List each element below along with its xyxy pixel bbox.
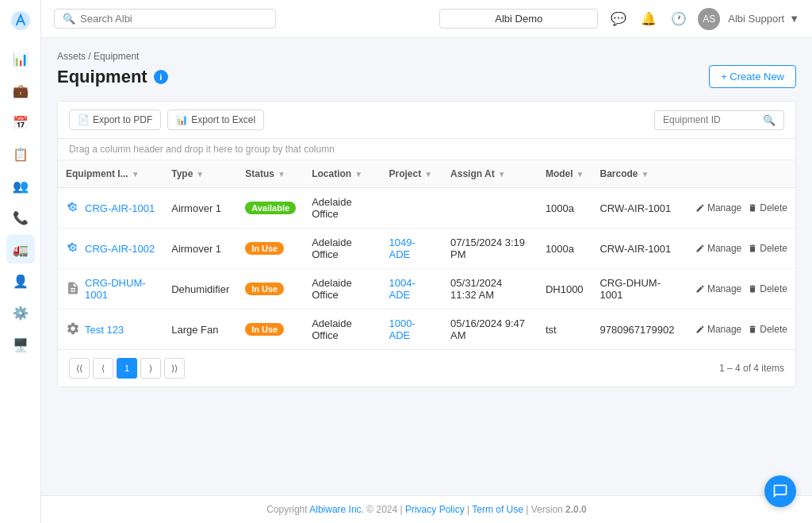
top-bar-right: Albi Demo 💬 🔔 🕐 AS Albi Support ▼ (439, 8, 799, 30)
cell-barcode: CRG-DHUM-1001 (592, 269, 687, 310)
cell-model: 1000a (538, 188, 592, 229)
sidebar: 📊 💼 📅 📋 👥 📞 🚛 👤 ⚙️ 🖥️ (0, 0, 41, 523)
cell-type: Dehumidifier (163, 269, 237, 310)
sidebar-item-contacts[interactable]: 👥 (6, 171, 35, 200)
manage-button[interactable]: Manage (695, 324, 741, 335)
footer-privacy-link[interactable]: Privacy Policy (405, 504, 465, 515)
cell-project: 1004-ADE (381, 269, 442, 310)
notifications-icon[interactable]: 💬 (607, 8, 630, 30)
cell-type: Airmover 1 (163, 188, 237, 229)
next-page-button[interactable]: ⟩ (140, 358, 161, 379)
prev-page-button[interactable]: ⟨ (93, 358, 113, 379)
project-link[interactable]: 1004-ADE (389, 277, 415, 301)
bell-icon[interactable]: 🔔 (638, 8, 660, 30)
filter-icon-type[interactable]: ▼ (196, 170, 204, 179)
action-buttons: Manage Delete (695, 324, 787, 335)
sidebar-item-settings[interactable]: ⚙️ (6, 298, 35, 327)
col-model: Model ▼ (538, 160, 592, 188)
project-link[interactable]: 1000-ADE (389, 317, 415, 341)
workspace-selector[interactable]: Albi Demo (439, 9, 598, 29)
create-new-button[interactable]: + Create New (709, 65, 796, 88)
cell-location: Adelaide Office (304, 188, 381, 229)
sidebar-item-dashboard[interactable]: 📊 (6, 44, 35, 73)
cell-actions: Manage Delete (688, 310, 795, 350)
chat-bubble[interactable] (764, 475, 796, 507)
sidebar-item-jobs[interactable]: 💼 (6, 76, 35, 105)
project-link[interactable]: 1049-ADE (389, 237, 415, 260)
avatar[interactable]: AS (698, 8, 720, 30)
footer-terms-link[interactable]: Term of Use (472, 504, 523, 515)
search-box[interactable]: 🔍 (54, 9, 276, 29)
footer-company-link[interactable]: Albiware Inc. (309, 504, 364, 515)
table-row: Test 123 Large Fan In Use Adelaide Offic… (58, 310, 795, 350)
equipment-table: Equipment I... ▼ Type ▼ (58, 160, 795, 349)
action-buttons: Manage Delete (695, 283, 787, 294)
drag-hint: Drag a column header and drop it here to… (58, 139, 795, 160)
status-badge: In Use (245, 323, 284, 336)
cell-status: In Use (237, 269, 304, 310)
cell-location: Adelaide Office (304, 269, 381, 310)
equipment-link[interactable]: CRG-AIR-1002 (66, 240, 155, 257)
sidebar-item-monitor[interactable]: 🖥️ (6, 330, 35, 359)
cell-barcode: 9780967179902 (592, 310, 687, 350)
delete-button[interactable]: Delete (748, 283, 787, 294)
sidebar-item-reports[interactable]: 📋 (6, 140, 35, 168)
info-icon[interactable]: i (154, 70, 168, 84)
user-menu[interactable]: Albi Support ▼ (728, 13, 799, 25)
action-buttons: Manage Delete (695, 243, 787, 254)
first-page-button[interactable]: ⟨⟨ (69, 358, 90, 379)
col-barcode: Barcode ▼ (592, 160, 687, 188)
status-badge: In Use (245, 242, 284, 255)
export-pdf-button[interactable]: 📄 Export to PDF (69, 110, 161, 130)
clock-icon[interactable]: 🕐 (668, 8, 690, 30)
equipment-icon (66, 281, 80, 298)
filter-icon-assign[interactable]: ▼ (498, 170, 506, 179)
equipment-link[interactable]: CRG-AIR-1001 (66, 200, 155, 217)
equipment-link[interactable]: CRG-DHUM-1001 (66, 277, 155, 301)
status-badge: In Use (245, 283, 284, 295)
sidebar-item-calls[interactable]: 📞 (6, 203, 35, 232)
filter-icon-project[interactable]: ▼ (424, 170, 432, 179)
equipment-link[interactable]: Test 123 (66, 321, 155, 338)
col-location: Location ▼ (304, 160, 381, 188)
manage-button[interactable]: Manage (695, 283, 741, 294)
cell-assign-at: 05/16/2024 9:47 AM (442, 310, 538, 350)
col-equipment-id: Equipment I... ▼ (58, 160, 163, 188)
user-label: Albi Support (728, 13, 784, 25)
col-type: Type ▼ (163, 160, 237, 188)
col-project: Project ▼ (381, 160, 442, 188)
manage-button[interactable]: Manage (695, 202, 741, 213)
cell-type: Airmover 1 (163, 229, 237, 269)
cell-status: In Use (237, 310, 304, 350)
sidebar-item-people[interactable]: 👤 (6, 267, 35, 295)
table-body: CRG-AIR-1001 Airmover 1 Available Adelai… (58, 188, 795, 350)
export-excel-label: Export to Excel (191, 114, 255, 125)
equipment-id-input[interactable] (663, 114, 758, 125)
sidebar-item-dispatch[interactable]: 🚛 (6, 235, 35, 263)
filter-icon-equipment[interactable]: ▼ (132, 170, 140, 179)
equipment-icon (66, 200, 80, 217)
user-dropdown-icon: ▼ (789, 13, 799, 25)
manage-button[interactable]: Manage (695, 243, 741, 254)
delete-button[interactable]: Delete (748, 243, 787, 254)
search-input[interactable] (80, 13, 267, 25)
table-row: CRG-DHUM-1001 Dehumidifier In Use Adelai… (58, 269, 795, 310)
filter-icon-location[interactable]: ▼ (354, 170, 362, 179)
filter-icon-barcode[interactable]: ▼ (642, 170, 649, 179)
page-1-button[interactable]: 1 (117, 358, 137, 379)
cell-barcode: CRW-AIR-1001 (592, 188, 687, 229)
logo[interactable] (6, 6, 35, 35)
export-excel-button[interactable]: 📊 Export to Excel (167, 110, 264, 130)
delete-button[interactable]: Delete (748, 324, 787, 335)
equipment-id-search[interactable]: 🔍 (654, 110, 784, 130)
filter-icon-status[interactable]: ▼ (278, 170, 285, 179)
main-area: 🔍 Albi Demo 💬 🔔 🕐 AS Albi Support ▼ (41, 0, 812, 523)
filter-icon-model[interactable]: ▼ (576, 170, 584, 179)
footer: Copyright Albiware Inc. © 2024 | Privacy… (41, 495, 812, 523)
cell-status: In Use (237, 229, 304, 269)
delete-button[interactable]: Delete (748, 202, 787, 213)
col-assign-at: Assign At ▼ (442, 160, 538, 188)
last-page-button[interactable]: ⟩⟩ (164, 358, 185, 379)
sidebar-item-calendar[interactable]: 📅 (6, 108, 35, 137)
breadcrumb-parent[interactable]: Assets (57, 51, 86, 62)
